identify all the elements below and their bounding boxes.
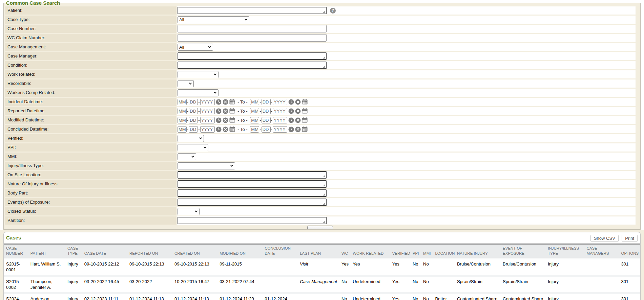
calendar-icon[interactable] xyxy=(229,99,235,105)
cases-header-buttons: Show CSV Print xyxy=(589,235,638,242)
wc_claim_number-input[interactable] xyxy=(178,34,327,42)
clock-icon[interactable] xyxy=(216,99,222,105)
concluded_datetime-to-month-input[interactable] xyxy=(250,126,259,133)
concluded_datetime-from-month-input[interactable] xyxy=(178,126,187,133)
case_manager-input[interactable] xyxy=(178,52,327,60)
field-control-area xyxy=(177,180,636,188)
field-label: Closed Status: xyxy=(5,207,176,215)
nature_of_injury_or_illness-input[interactable] xyxy=(178,180,327,188)
recordable-select[interactable] xyxy=(178,80,194,87)
clock-icon[interactable] xyxy=(288,99,294,105)
column-header-options: OPTIONS xyxy=(619,245,640,258)
calendar-icon[interactable] xyxy=(302,126,308,132)
incident_datetime-from-day-input[interactable] xyxy=(189,99,198,105)
form-row-case_management: Case Management:All xyxy=(5,43,636,51)
range-to-label: - To - xyxy=(236,109,249,114)
cell-conclusion_date: 01-12-2024 xyxy=(263,293,298,300)
date-dash: - xyxy=(187,127,188,132)
calendar-icon[interactable] xyxy=(229,126,235,132)
work_related-select[interactable] xyxy=(178,71,219,78)
clear-icon[interactable] xyxy=(223,108,228,114)
search-button[interactable] xyxy=(307,226,333,229)
field-control-area xyxy=(177,207,636,215)
field-control-area xyxy=(177,70,636,78)
form-row-patient: Patient:? xyxy=(5,6,636,15)
modified_datetime-to-day-input[interactable] xyxy=(262,117,271,123)
help-icon[interactable]: ? xyxy=(330,8,336,14)
ppi-select[interactable] xyxy=(178,144,208,151)
clock-icon[interactable] xyxy=(288,117,294,123)
concluded_datetime-to-year-input[interactable] xyxy=(273,126,287,133)
incident_datetime-from-month-input[interactable] xyxy=(178,99,187,105)
incident_datetime-to-day-input[interactable] xyxy=(262,99,271,105)
form-row-injury_illness_type: Injury/Illness Type: xyxy=(5,162,636,170)
clear-icon[interactable] xyxy=(223,99,228,105)
clear-icon[interactable] xyxy=(295,108,301,114)
body_part-input[interactable] xyxy=(178,189,327,197)
reported_datetime-from-month-input[interactable] xyxy=(178,108,187,114)
modified_datetime-to-month-input[interactable] xyxy=(250,117,259,123)
clock-icon[interactable] xyxy=(288,108,294,114)
calendar-icon[interactable] xyxy=(229,108,235,114)
column-header-event_of_exposure: EVENT OF EXPOSURE xyxy=(501,245,546,258)
clear-icon[interactable] xyxy=(223,117,228,123)
modified_datetime-from-day-input[interactable] xyxy=(189,117,198,123)
print-button[interactable]: Print xyxy=(622,235,638,242)
concluded_datetime-from-day-input[interactable] xyxy=(189,126,198,133)
clock-icon[interactable] xyxy=(216,126,222,132)
case_number-input[interactable] xyxy=(178,25,327,32)
field-label: Event(s) of Exposure: xyxy=(5,198,176,206)
calendar-icon[interactable] xyxy=(302,117,308,123)
cell-ppi: No xyxy=(411,293,421,300)
cell-last_plan: Case Management xyxy=(298,276,339,294)
reported_datetime-from-day-input[interactable] xyxy=(189,108,198,114)
field-control-area: -- - To - -- xyxy=(177,107,636,115)
patient-input[interactable] xyxy=(178,7,327,14)
clear-icon[interactable] xyxy=(295,126,301,132)
incident_datetime-to-year-input[interactable] xyxy=(273,99,287,105)
cell-last_plan: Visit xyxy=(298,258,339,276)
reported_datetime-to-year-input[interactable] xyxy=(273,108,287,114)
calendar-icon[interactable] xyxy=(302,108,308,114)
concluded_datetime-to-day-input[interactable] xyxy=(262,126,271,133)
injury_illness_type-select[interactable] xyxy=(178,162,235,169)
reported_datetime-from-year-input[interactable] xyxy=(200,108,215,114)
clock-icon[interactable] xyxy=(288,126,294,132)
workers_comp_related-select[interactable] xyxy=(178,89,219,96)
concluded_datetime-from-year-input[interactable] xyxy=(200,126,215,133)
case_type-select[interactable]: All xyxy=(178,16,249,23)
clear-icon[interactable] xyxy=(295,99,301,105)
reported_datetime-to-month-input[interactable] xyxy=(250,108,259,114)
verified-select[interactable] xyxy=(178,135,204,142)
clock-icon[interactable] xyxy=(216,108,222,114)
cell-location xyxy=(433,276,455,294)
show-csv-button[interactable]: Show CSV xyxy=(590,235,619,242)
modified_datetime-from-month-input[interactable] xyxy=(178,117,187,123)
closed_status-select[interactable] xyxy=(178,208,200,215)
partition-input[interactable] xyxy=(178,217,327,224)
cell-injury_illness_type: Injury xyxy=(546,258,584,276)
table-row: S2024-0001Anderson, FrederickInjury NO02… xyxy=(4,293,640,300)
case_management-select[interactable]: All xyxy=(178,44,213,51)
form-row-partition: Partition: xyxy=(5,216,636,225)
modified_datetime-to-year-input[interactable] xyxy=(273,117,287,123)
cell-patient: Thompson, Jennifer A. xyxy=(28,276,65,294)
form-row-concluded_datetime: Concluded Datetime:-- - To - -- xyxy=(5,125,636,133)
column-header-verified: VERIFIED xyxy=(390,245,411,258)
reported_datetime-to-day-input[interactable] xyxy=(262,108,271,114)
cases-section: Cases Show CSV Print CASE NUMBERPATIENTC… xyxy=(0,230,644,300)
on_site_location-input[interactable] xyxy=(178,171,327,179)
incident_datetime-from-year-input[interactable] xyxy=(200,99,215,105)
condition-input[interactable] xyxy=(178,62,327,69)
calendar-icon[interactable] xyxy=(302,99,308,105)
events_of_exposure-input[interactable] xyxy=(178,199,327,206)
clear-icon[interactable] xyxy=(223,126,228,132)
modified_datetime-from-year-input[interactable] xyxy=(200,117,215,123)
clock-icon[interactable] xyxy=(216,117,222,123)
clear-icon[interactable] xyxy=(295,117,301,123)
calendar-icon[interactable] xyxy=(229,117,235,123)
resizable-input-wrap xyxy=(178,171,327,179)
incident_datetime-to-month-input[interactable] xyxy=(250,99,259,105)
field-label: Recordable: xyxy=(5,79,176,88)
mmi-select[interactable] xyxy=(178,153,196,160)
